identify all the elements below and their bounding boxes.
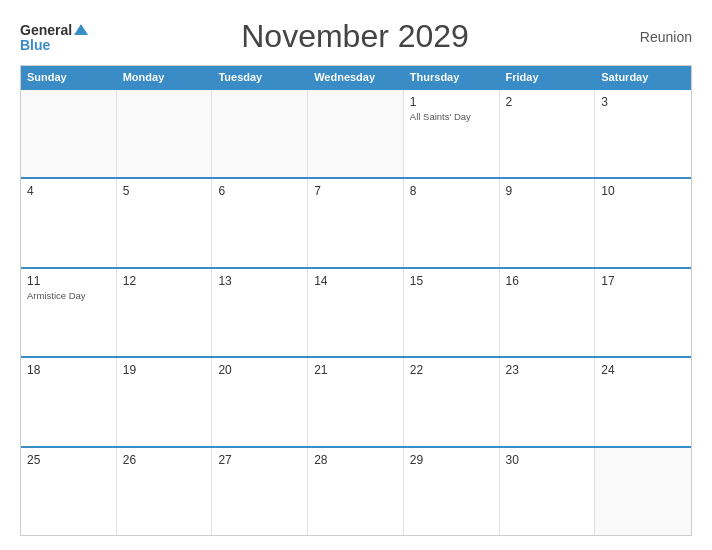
calendar-cell: 10 bbox=[595, 179, 691, 266]
day-number: 9 bbox=[506, 184, 589, 198]
day-number: 17 bbox=[601, 274, 685, 288]
day-number: 13 bbox=[218, 274, 301, 288]
day-number: 26 bbox=[123, 453, 206, 467]
logo-general: General bbox=[20, 22, 88, 38]
day-number: 25 bbox=[27, 453, 110, 467]
calendar-cell: 6 bbox=[212, 179, 308, 266]
day-number: 2 bbox=[506, 95, 589, 109]
day-number: 24 bbox=[601, 363, 685, 377]
day-number: 7 bbox=[314, 184, 397, 198]
calendar-cell: 20 bbox=[212, 358, 308, 445]
day-number: 11 bbox=[27, 274, 110, 288]
day-event: All Saints' Day bbox=[410, 111, 493, 123]
calendar-cell: 19 bbox=[117, 358, 213, 445]
weekday-header-tuesday: Tuesday bbox=[212, 66, 308, 88]
day-number: 5 bbox=[123, 184, 206, 198]
calendar-cell: 16 bbox=[500, 269, 596, 356]
calendar-cell: 13 bbox=[212, 269, 308, 356]
day-number: 22 bbox=[410, 363, 493, 377]
weekday-header-monday: Monday bbox=[117, 66, 213, 88]
weekday-header-friday: Friday bbox=[500, 66, 596, 88]
calendar-page: General Blue November 2029 Reunion Sunda… bbox=[0, 0, 712, 550]
day-number: 16 bbox=[506, 274, 589, 288]
calendar-cell: 28 bbox=[308, 448, 404, 535]
day-number: 19 bbox=[123, 363, 206, 377]
logo-triangle-icon bbox=[74, 24, 88, 35]
calendar-cell: 21 bbox=[308, 358, 404, 445]
calendar-cell bbox=[595, 448, 691, 535]
calendar-week-3: 18192021222324 bbox=[21, 356, 691, 445]
calendar-cell: 30 bbox=[500, 448, 596, 535]
calendar-week-2: 11Armistice Day121314151617 bbox=[21, 267, 691, 356]
calendar-cell bbox=[308, 90, 404, 177]
calendar-header: SundayMondayTuesdayWednesdayThursdayFrid… bbox=[21, 66, 691, 88]
day-number: 20 bbox=[218, 363, 301, 377]
day-number: 10 bbox=[601, 184, 685, 198]
calendar-cell: 23 bbox=[500, 358, 596, 445]
calendar-week-0: 1All Saints' Day23 bbox=[21, 88, 691, 177]
day-number: 3 bbox=[601, 95, 685, 109]
day-number: 28 bbox=[314, 453, 397, 467]
day-number: 15 bbox=[410, 274, 493, 288]
calendar-cell: 26 bbox=[117, 448, 213, 535]
calendar-week-4: 252627282930 bbox=[21, 446, 691, 535]
calendar-cell: 17 bbox=[595, 269, 691, 356]
calendar-cell: 7 bbox=[308, 179, 404, 266]
day-event: Armistice Day bbox=[27, 290, 110, 302]
day-number: 1 bbox=[410, 95, 493, 109]
calendar-cell: 22 bbox=[404, 358, 500, 445]
calendar: SundayMondayTuesdayWednesdayThursdayFrid… bbox=[20, 65, 692, 536]
page-header: General Blue November 2029 Reunion bbox=[20, 18, 692, 55]
logo: General Blue bbox=[20, 22, 88, 52]
day-number: 23 bbox=[506, 363, 589, 377]
calendar-cell: 2 bbox=[500, 90, 596, 177]
calendar-cell: 24 bbox=[595, 358, 691, 445]
calendar-cell: 25 bbox=[21, 448, 117, 535]
calendar-body: 1All Saints' Day234567891011Armistice Da… bbox=[21, 88, 691, 535]
day-number: 30 bbox=[506, 453, 589, 467]
calendar-cell: 27 bbox=[212, 448, 308, 535]
day-number: 27 bbox=[218, 453, 301, 467]
calendar-cell: 11Armistice Day bbox=[21, 269, 117, 356]
region-label: Reunion bbox=[622, 29, 692, 45]
day-number: 21 bbox=[314, 363, 397, 377]
calendar-cell: 8 bbox=[404, 179, 500, 266]
calendar-cell: 29 bbox=[404, 448, 500, 535]
calendar-cell: 14 bbox=[308, 269, 404, 356]
calendar-cell: 12 bbox=[117, 269, 213, 356]
calendar-cell: 1All Saints' Day bbox=[404, 90, 500, 177]
calendar-cell bbox=[212, 90, 308, 177]
weekday-header-thursday: Thursday bbox=[404, 66, 500, 88]
day-number: 4 bbox=[27, 184, 110, 198]
calendar-cell: 3 bbox=[595, 90, 691, 177]
calendar-week-1: 45678910 bbox=[21, 177, 691, 266]
day-number: 14 bbox=[314, 274, 397, 288]
calendar-cell: 9 bbox=[500, 179, 596, 266]
month-title: November 2029 bbox=[88, 18, 622, 55]
day-number: 6 bbox=[218, 184, 301, 198]
day-number: 8 bbox=[410, 184, 493, 198]
calendar-cell: 4 bbox=[21, 179, 117, 266]
day-number: 18 bbox=[27, 363, 110, 377]
calendar-cell bbox=[117, 90, 213, 177]
calendar-cell: 15 bbox=[404, 269, 500, 356]
day-number: 12 bbox=[123, 274, 206, 288]
day-number: 29 bbox=[410, 453, 493, 467]
weekday-header-wednesday: Wednesday bbox=[308, 66, 404, 88]
weekday-header-sunday: Sunday bbox=[21, 66, 117, 88]
weekday-header-saturday: Saturday bbox=[595, 66, 691, 88]
calendar-cell bbox=[21, 90, 117, 177]
calendar-cell: 5 bbox=[117, 179, 213, 266]
logo-blue: Blue bbox=[20, 38, 88, 52]
calendar-cell: 18 bbox=[21, 358, 117, 445]
